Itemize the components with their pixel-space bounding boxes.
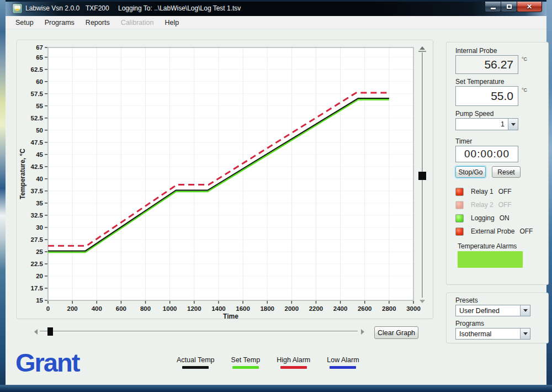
internal-probe-label: Internal Probe — [455, 47, 497, 55]
internal-probe-unit: °C — [522, 56, 527, 62]
set-temperature-label: Set Temperature — [455, 78, 505, 86]
svg-text:1000: 1000 — [163, 305, 177, 312]
app-icon — [13, 4, 22, 13]
control-panel: Internal Probe 56.27 °C Set Temperature … — [446, 42, 549, 285]
maximize-icon — [507, 4, 512, 9]
indicator-relay-2: Relay 2 OFF — [455, 200, 512, 209]
legend-low-alarm: Low Alarm — [327, 356, 359, 369]
minimize-button[interactable] — [485, 2, 501, 12]
svg-text:1200: 1200 — [187, 305, 201, 312]
vertical-slider-thumb[interactable] — [418, 172, 426, 180]
svg-text:17.5: 17.5 — [31, 285, 44, 292]
menu-bar: Setup Programs Reports Calibration Help — [6, 16, 546, 29]
legend-high-alarm-swatch — [280, 366, 307, 369]
svg-text:1400: 1400 — [211, 305, 226, 312]
timer-value: 00:00:00 — [455, 146, 518, 162]
desktop-edge-left — [0, 0, 6, 392]
hscroll-track[interactable] — [40, 331, 358, 332]
legend-set-temp: Set Temp — [231, 356, 261, 369]
chart-panel: 1517.52022.52527.53032.53537.54042.54547… — [17, 40, 433, 319]
pump-speed-select[interactable]: 1 — [455, 118, 518, 130]
svg-text:2600: 2600 — [358, 305, 372, 312]
svg-text:3000: 3000 — [406, 305, 421, 312]
svg-text:1600: 1600 — [236, 305, 250, 312]
external-probe-led-icon — [455, 227, 464, 236]
presets-dropdown-icon[interactable] — [520, 305, 530, 316]
svg-text:45: 45 — [36, 151, 43, 158]
svg-text:800: 800 — [140, 305, 151, 312]
svg-text:2800: 2800 — [382, 305, 396, 312]
menu-help[interactable]: Help — [159, 17, 184, 28]
svg-text:25: 25 — [36, 248, 43, 255]
presets-panel: Presets User Defined Programs Isothermal — [446, 293, 549, 343]
programs-select[interactable]: Isothermal — [455, 328, 530, 340]
programs-value: Isothermal — [456, 329, 520, 339]
svg-text:600: 600 — [116, 305, 126, 312]
menu-programs[interactable]: Programs — [39, 17, 80, 28]
svg-text:35: 35 — [36, 200, 43, 206]
svg-text:57.5: 57.5 — [31, 91, 44, 97]
svg-text:62.5: 62.5 — [31, 66, 44, 73]
internal-probe-value: 56.27 — [455, 55, 518, 74]
vertical-slider-down-icon[interactable] — [420, 300, 425, 303]
programs-dropdown-icon[interactable] — [520, 329, 530, 339]
vertical-slider-upline — [418, 51, 426, 52]
svg-text:22.5: 22.5 — [31, 261, 44, 267]
menu-setup[interactable]: Setup — [10, 17, 39, 28]
svg-text:55: 55 — [36, 103, 43, 109]
app-window: Labwise Vsn 2.0.0 TXF200 Logging To: ..\… — [6, 2, 546, 385]
set-temperature-unit: °C — [522, 87, 527, 93]
close-icon: ✕ — [527, 3, 532, 10]
desktop-edge-bottom — [0, 385, 552, 392]
svg-text:60: 60 — [36, 78, 43, 85]
maximize-button[interactable] — [501, 2, 517, 12]
temperature-alarms-status — [458, 251, 523, 268]
svg-text:47.5: 47.5 — [31, 139, 44, 146]
svg-text:2200: 2200 — [309, 305, 323, 312]
hscroll-left-icon[interactable] — [34, 329, 38, 335]
chart-legend: Actual Temp Set Temp High Alarm Low Alar… — [177, 356, 359, 369]
timer-label: Timer — [455, 137, 472, 145]
presets-select[interactable]: User Defined — [455, 305, 530, 316]
programs-label: Programs — [455, 320, 484, 327]
svg-text:1800: 1800 — [260, 305, 274, 312]
legend-actual-temp-swatch — [182, 366, 209, 369]
svg-text:2000: 2000 — [285, 305, 299, 312]
pump-speed-value: 1 — [456, 119, 508, 130]
temperature-chart: 1517.52022.52527.53032.53537.54042.54547… — [17, 40, 434, 320]
svg-text:15: 15 — [36, 297, 43, 304]
title-bar: Labwise Vsn 2.0.0 TXF200 Logging To: ..\… — [6, 2, 546, 16]
svg-text:20: 20 — [36, 273, 43, 279]
window-title-device: TXF200 — [86, 4, 109, 12]
svg-text:65: 65 — [36, 54, 43, 61]
minimize-icon — [491, 8, 496, 9]
svg-text:200: 200 — [67, 305, 78, 312]
clear-graph-button[interactable]: Clear Graph — [374, 326, 418, 339]
legend-actual-temp: Actual Temp — [177, 356, 215, 369]
svg-text:Time: Time — [223, 312, 238, 320]
svg-text:67: 67 — [36, 44, 43, 51]
vertical-slider-up-icon[interactable] — [420, 46, 425, 50]
svg-text:42.5: 42.5 — [31, 163, 44, 170]
svg-text:37.5: 37.5 — [31, 188, 44, 194]
svg-text:52.5: 52.5 — [31, 115, 44, 121]
svg-text:400: 400 — [92, 305, 102, 312]
indicator-external-probe: External Probe OFF — [455, 227, 533, 236]
hscroll-right-icon[interactable] — [361, 329, 364, 335]
reset-button[interactable]: Reset — [492, 166, 521, 178]
relay-2-led-icon — [455, 201, 464, 209]
legend-high-alarm: High Alarm — [277, 356, 310, 369]
pump-speed-dropdown-icon[interactable] — [508, 119, 518, 130]
hscroll-thumb[interactable] — [47, 327, 53, 336]
svg-text:2400: 2400 — [333, 305, 348, 312]
menu-reports[interactable]: Reports — [80, 17, 115, 28]
stop-go-button[interactable]: Stop/Go — [455, 166, 486, 178]
set-temperature-input[interactable]: 55.0 — [455, 86, 518, 106]
grant-logo: Grant — [15, 347, 79, 378]
temperature-alarms-label: Temperature Alarms — [458, 242, 517, 250]
legend-set-temp-swatch — [232, 366, 259, 369]
pump-speed-label: Pump Speed — [455, 110, 493, 118]
svg-text:27.5: 27.5 — [31, 236, 44, 243]
svg-text:Temperature, °C: Temperature, °C — [19, 149, 26, 199]
close-button[interactable]: ✕ — [517, 2, 542, 12]
